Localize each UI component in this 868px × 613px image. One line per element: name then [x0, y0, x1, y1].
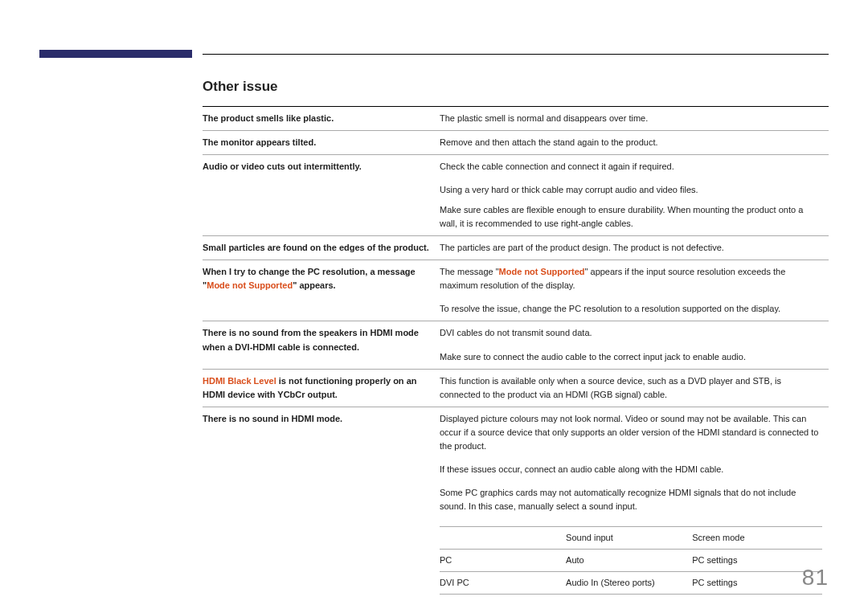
- solution-cell: The message "Mode not Supported" appears…: [440, 260, 829, 298]
- solution-cell: Some PC graphics cards may not automatic…: [440, 481, 829, 518]
- table-row: There is no sound in HDMI mode.Displayed…: [203, 407, 829, 458]
- page-number: 81: [802, 565, 829, 591]
- issue-cell: Small particles are found on the edges o…: [203, 236, 440, 260]
- issue-cell: HDMI Black Level is not functioning prop…: [203, 369, 440, 407]
- solution-cell: Check the cable connection and connect i…: [440, 155, 829, 179]
- table-row: When I try to change the PC resolution, …: [203, 260, 829, 298]
- solution-cell: Remove and then attach the stand again t…: [440, 131, 829, 155]
- solution-cell: The plastic smell is normal and disappea…: [440, 107, 829, 131]
- table-row: The monitor appears tilted.Remove and th…: [203, 131, 829, 155]
- issue-cell: There is no sound in HDMI mode.: [203, 407, 440, 599]
- issue-cell: The product smells like plastic.: [203, 107, 440, 131]
- issue-cell: The monitor appears tilted.: [203, 131, 440, 155]
- section-title: Other issue: [203, 79, 829, 95]
- solution-cell: DVI cables do not transmit sound data.: [440, 321, 829, 345]
- table-row: Audio or video cuts out intermittently.C…: [203, 155, 829, 179]
- inner-table: Sound inputScreen modePCAutoPC settingsD…: [440, 526, 822, 595]
- solution-cell: Using a very hard or thick cable may cor…: [440, 178, 829, 236]
- solution-cell: To resolve the issue, change the PC reso…: [440, 297, 829, 321]
- issue-cell: There is no sound from the speakers in H…: [203, 321, 440, 369]
- solution-cell: The particles are part of the product de…: [440, 236, 829, 260]
- table-row: There is no sound from the speakers in H…: [203, 321, 829, 345]
- table-row: HDMI Black Level is not functioning prop…: [203, 369, 829, 407]
- solution-cell: Displayed picture colours may not look n…: [440, 407, 829, 458]
- solution-cell: This function is available only when a s…: [440, 369, 829, 407]
- solution-cell: Make sure to connect the audio cable to …: [440, 345, 829, 370]
- solution-cell: If these issues occur, connect an audio …: [440, 458, 829, 481]
- solution-cell: Sound inputScreen modePCAutoPC settingsD…: [440, 518, 829, 599]
- table-row: The product smells like plastic.The plas…: [203, 107, 829, 131]
- top-horizontal-rule: [203, 54, 829, 55]
- issues-table: The product smells like plastic.The plas…: [203, 106, 829, 599]
- content-area: Other issue The product smells like plas…: [203, 79, 829, 599]
- table-row: Small particles are found on the edges o…: [203, 236, 829, 260]
- issue-cell: When I try to change the PC resolution, …: [203, 260, 440, 321]
- issue-cell: Audio or video cuts out intermittently.: [203, 155, 440, 236]
- header-accent-bar: [39, 50, 192, 58]
